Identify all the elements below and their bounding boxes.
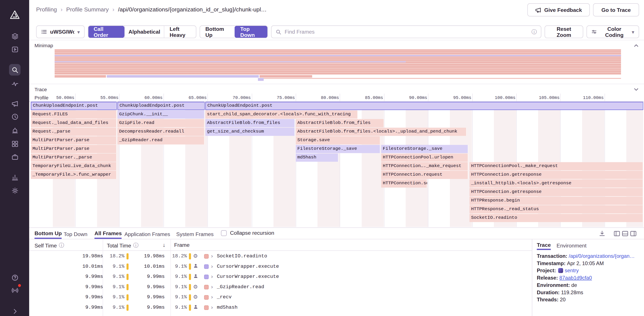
sort-direction-icon[interactable] — [162, 242, 165, 248]
expand-icon[interactable] — [211, 304, 213, 311]
sidebar-item-alerts[interactable] — [9, 124, 20, 136]
flame-frame[interactable]: ChunkUploadEndpoint.post — [31, 102, 117, 110]
export-icon[interactable] — [599, 230, 606, 237]
flame-frame[interactable]: md5hash — [296, 153, 338, 162]
detail-value-link[interactable]: 87aab1d9cfa0 — [560, 275, 592, 281]
breadcrumb-profile-summary[interactable]: Profile Summary — [66, 6, 109, 13]
direction-bottom-up-button[interactable]: Bottom Up — [200, 26, 234, 38]
flame-frame[interactable]: AbstractFileBlob.from_files.<locals>._up… — [296, 128, 466, 136]
flame-frame[interactable]: HTTPConnectionPool.urlopen — [381, 153, 468, 162]
whats-new-icon[interactable] — [9, 285, 20, 296]
go-to-trace-button[interactable]: Go to Trace — [593, 3, 639, 16]
sidebar-item-explore[interactable] — [9, 64, 20, 75]
minimap-collapse-icon[interactable] — [633, 43, 639, 48]
sidebar-expand-icon[interactable] — [9, 306, 20, 316]
flame-frame[interactable]: HTTPConnectionPool._make_request — [470, 162, 643, 170]
direction-top-down-button[interactable]: Top Down — [234, 26, 268, 38]
expand-icon[interactable] — [211, 263, 213, 270]
flame-frame[interactable]: get_size_and_checksum — [205, 128, 295, 136]
self-time-header[interactable]: Self Time — [34, 242, 64, 249]
sidebar-item-settings[interactable] — [9, 185, 20, 196]
table-row[interactable]: 10.01ms9.1%10.01ms9.1%CursorWrapper.exec… — [29, 262, 532, 272]
tab-bottom-up[interactable]: Bottom Up — [34, 229, 62, 239]
flame-frame[interactable]: AbstractFileBlob.from_files — [205, 119, 295, 127]
layout-right-icon[interactable] — [630, 230, 636, 237]
flame-frame[interactable]: Request._parse — [31, 128, 117, 136]
flame-frame[interactable]: ChunkUploadEndpoint.post — [118, 102, 205, 110]
minimap-chart[interactable] — [54, 49, 621, 81]
give-feedback-button[interactable]: Give Feedback — [527, 3, 590, 16]
layout-left-icon[interactable] — [614, 230, 620, 237]
timeline-ruler[interactable]: Profile 50.00ms55.00ms60.00ms65.00ms70.0… — [29, 93, 644, 102]
expand-icon[interactable] — [211, 284, 213, 290]
flame-frame[interactable]: Storage.save — [296, 136, 380, 144]
flame-frame[interactable]: HTTPConnection.getresponse — [470, 188, 643, 196]
flame-frame[interactable]: ChunkUploadEndpoint.post — [205, 102, 643, 110]
table-row[interactable]: 9.99ms9.1%9.99ms9.1%CursorWrapper.execut… — [29, 272, 532, 282]
flame-frame[interactable]: HTTPConnection.request — [381, 171, 468, 179]
flame-frame[interactable]: HTTPResponse._read_status — [470, 205, 643, 213]
reset-zoom-button[interactable]: Reset Zoom — [544, 25, 583, 38]
table-row[interactable]: 9.99ms9.1%9.99ms9.1%md5hash — [29, 303, 532, 313]
flame-frame[interactable]: _TemporaryFile…>.func_wrapper — [31, 171, 117, 179]
sort-alphabetical-button[interactable]: Alphabetical — [124, 26, 164, 38]
color-coding-dropdown[interactable]: Color Coding — [586, 25, 639, 38]
flame-frame[interactable]: Request._load_data_and_files — [31, 119, 117, 127]
flame-frame[interactable]: MultiPartParser.parse — [31, 136, 117, 144]
flame-frame[interactable]: SocketIO.readinto — [470, 214, 643, 222]
tab-system-frames[interactable]: System Frames — [176, 229, 214, 239]
sentry-logo-icon[interactable] — [9, 9, 20, 20]
flame-frame[interactable]: FilestoreStorage._save — [381, 145, 468, 153]
collapse-recursion-checkbox[interactable] — [221, 230, 227, 236]
sidebar-item-insights[interactable] — [9, 138, 20, 149]
flame-frame[interactable]: start_child_span_decorator.<locals>.func… — [205, 110, 358, 119]
total-time-header[interactable]: Total Time — [107, 242, 138, 249]
flame-frame[interactable]: TemporaryFileU…ive_data_chunk — [31, 162, 117, 170]
find-frames-input[interactable] — [285, 29, 528, 35]
layout-bottom-icon[interactable] — [622, 230, 628, 237]
breadcrumb-transaction[interactable]: /api/0/organizations/{organization_id_or… — [118, 6, 266, 13]
flame-frame[interactable]: Request.FILES — [31, 110, 117, 119]
flame-frame[interactable]: _GzipReader.read — [118, 136, 205, 144]
flame-frame[interactable]: MultiPartParser.parse — [31, 145, 117, 153]
table-row[interactable]: 9.99ms9.1%9.99ms9.1%⚙_GzipReader.read — [29, 282, 532, 292]
details-tab-environment[interactable]: Environment — [556, 241, 586, 250]
details-tab-trace[interactable]: Trace — [537, 241, 551, 250]
trace-collapse-icon[interactable] — [633, 87, 639, 92]
detail-value-link[interactable]: /api/0/organizations/{organ… — [569, 253, 635, 259]
sort-left-heavy-button[interactable]: Left Heavy — [164, 26, 196, 38]
flame-frame[interactable]: HTTPConnection.getresponse — [470, 171, 643, 179]
frame-header[interactable]: Frame — [174, 242, 190, 248]
sidebar-item-replays[interactable] — [9, 43, 20, 55]
flame-frame[interactable]: FilestoreStorage._save — [296, 145, 380, 153]
sidebar-item-feedback[interactable] — [9, 98, 20, 109]
expand-icon[interactable] — [211, 294, 213, 300]
flame-frame[interactable]: DecompressReader.readall — [118, 128, 205, 136]
thread-selector-dropdown[interactable]: uWSGIWor… — [36, 25, 85, 38]
flame-frame[interactable]: GzipChunk.__init__ — [118, 110, 205, 119]
flame-frame[interactable]: _install_httplib.<locals>.getresponse — [470, 179, 643, 188]
expand-icon[interactable] — [211, 253, 213, 259]
search-info-icon[interactable] — [532, 28, 537, 35]
sidebar-item-performance[interactable] — [9, 78, 20, 89]
breadcrumb-profiling[interactable]: Profiling — [36, 6, 57, 13]
flame-frame[interactable]: HTTPResponse.begin — [470, 197, 643, 205]
table-row[interactable]: 9.99ms9.1%9.99ms9.1%⚙_recv — [29, 292, 532, 303]
flame-frame[interactable]: MultiPartParser._parse — [31, 153, 117, 162]
flame-frame[interactable]: HTTPConnection.send — [381, 179, 427, 188]
detail-value-link[interactable]: sentry — [565, 268, 579, 274]
help-icon[interactable] — [9, 272, 20, 283]
flame-frame[interactable]: GzipFile.read — [118, 119, 205, 127]
sidebar-item-crons[interactable] — [9, 111, 20, 122]
table-row[interactable]: 19.98ms18.2%19.98ms18.2%⚙SocketIO.readin… — [29, 251, 532, 262]
sidebar-item-dashboards[interactable] — [9, 171, 20, 183]
sort-call-order-button[interactable]: Call Order — [88, 26, 124, 38]
sidebar-item-projects[interactable] — [9, 151, 20, 163]
flame-frame[interactable]: HTTPConnection…._make_request — [381, 162, 468, 170]
tab-application-frames[interactable]: Application Frames — [124, 229, 170, 239]
tab-all-frames[interactable]: All Frames — [94, 229, 122, 239]
tab-top-down[interactable]: Top Down — [64, 229, 87, 239]
flame-frame[interactable]: AbstractFileBlob.from_files — [296, 119, 384, 127]
expand-icon[interactable] — [211, 273, 213, 280]
sidebar-item-issues[interactable] — [9, 30, 20, 42]
